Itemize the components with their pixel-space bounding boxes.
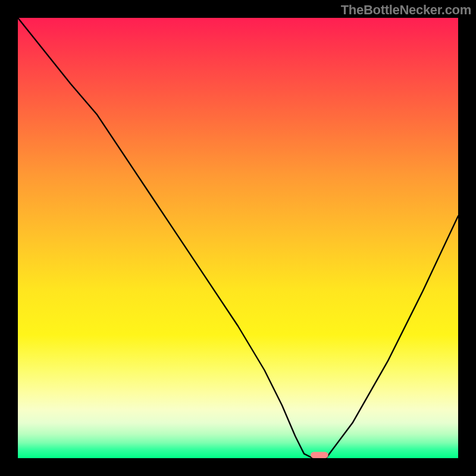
chart-frame: TheBottleNecker.com <box>0 0 476 476</box>
plot-svg <box>18 18 458 458</box>
optimal-marker <box>311 452 328 458</box>
plot-area <box>18 18 458 458</box>
attribution-watermark: TheBottleNecker.com <box>341 2 471 18</box>
bottleneck-curve <box>18 18 458 458</box>
